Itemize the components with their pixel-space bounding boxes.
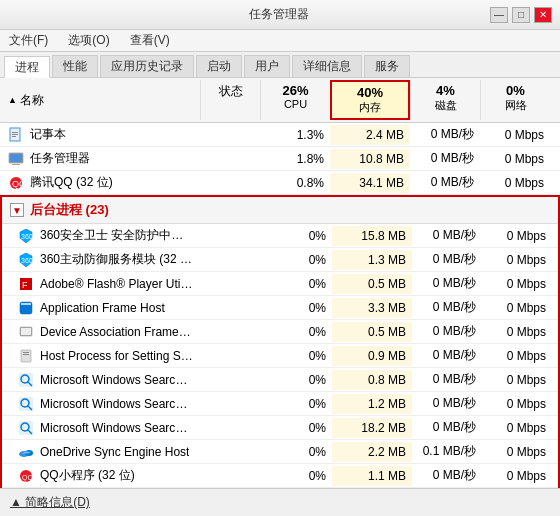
- svg-text:F: F: [22, 280, 28, 290]
- bg-process-row[interactable]: 360 360主动防御服务模块 (32 位) 0% 1.3 MB 0 MB/秒 …: [2, 248, 558, 272]
- network-label: 网络: [485, 98, 546, 113]
- bg-proc-memory: 15.8 MB: [332, 226, 412, 246]
- proc-name: QQ 腾讯QQ (32 位): [0, 171, 200, 194]
- bg-proc-disk: 0 MB/秒: [412, 464, 482, 487]
- bg-proc-cpu: 0%: [262, 274, 332, 294]
- summary-button[interactable]: ▲ 简略信息(D): [10, 494, 90, 511]
- maximize-button[interactable]: □: [512, 7, 530, 23]
- bg-process-row[interactable]: Device Association Framewo... 0% 0.5 MB …: [2, 320, 558, 344]
- bg-proc-name: Microsoft Windows Search ...: [2, 417, 202, 439]
- col-status-header[interactable]: 状态: [200, 80, 260, 120]
- bg-process-row[interactable]: Microsoft Windows Search ... 0% 18.2 MB …: [2, 416, 558, 440]
- proc-status: [200, 180, 260, 186]
- bg-proc-network: 0 Mbps: [482, 418, 552, 438]
- menu-item-V[interactable]: 查看(V): [127, 31, 173, 50]
- bg-proc-network: 0 Mbps: [482, 442, 552, 462]
- bg-proc-memory: 1.1 MB: [332, 466, 412, 486]
- svg-text:360: 360: [21, 257, 33, 264]
- proc-network: 0 Mbps: [480, 125, 550, 145]
- bg-proc-disk: 0 MB/秒: [412, 320, 482, 343]
- col-memory-header[interactable]: 40% 内存: [330, 80, 410, 120]
- proc-network: 0 Mbps: [480, 149, 550, 169]
- proc-memory: 2.4 MB: [330, 125, 410, 145]
- bg-proc-name: F Adobe® Flash® Player Utility: [2, 273, 202, 295]
- top-process-row[interactable]: 记事本 1.3% 2.4 MB 0 MB/秒 0 Mbps: [0, 123, 560, 147]
- bg-proc-network: 0 Mbps: [482, 346, 552, 366]
- bg-proc-disk: 0 MB/秒: [412, 368, 482, 391]
- bg-process-row[interactable]: F Adobe® Flash® Player Utility 0% 0.5 MB…: [2, 272, 558, 296]
- expand-button[interactable]: ▼: [10, 203, 24, 217]
- table-header: ▲ 名称 状态 26% CPU 40% 内存 4% 磁盘 0% 网络: [0, 78, 560, 123]
- svg-rect-6: [12, 164, 20, 165]
- disk-pct: 4%: [415, 83, 476, 98]
- bg-proc-name: Microsoft Windows Search Fi...: [2, 369, 202, 391]
- proc-disk: 0 MB/秒: [410, 147, 480, 170]
- network-pct: 0%: [485, 83, 546, 98]
- proc-cpu: 1.3%: [260, 125, 330, 145]
- bg-proc-name: QQ QQ小程序 (32 位): [2, 464, 202, 487]
- bg-proc-cpu: 0%: [262, 226, 332, 246]
- tab-2[interactable]: 应用历史记录: [100, 55, 194, 77]
- col-disk-header[interactable]: 4% 磁盘: [410, 80, 480, 120]
- bg-proc-status: [202, 425, 262, 431]
- col-cpu-header[interactable]: 26% CPU: [260, 80, 330, 120]
- tab-1[interactable]: 性能: [52, 55, 98, 77]
- svg-rect-18: [21, 328, 31, 335]
- memory-pct: 40%: [336, 85, 404, 100]
- bg-proc-status: [202, 377, 262, 383]
- title-bar: 任务管理器 — □ ✕: [0, 0, 560, 30]
- svg-text:360: 360: [21, 233, 33, 240]
- tab-5[interactable]: 详细信息: [292, 55, 362, 77]
- cpu-label: CPU: [265, 98, 326, 110]
- proc-disk: 0 MB/秒: [410, 123, 480, 146]
- menu-bar: 文件(F)选项(O)查看(V): [0, 30, 560, 52]
- bg-process-row[interactable]: 360 360安全卫士 安全防护中心模块... 0% 15.8 MB 0 MB/…: [2, 224, 558, 248]
- bg-proc-icon: QQ: [18, 468, 34, 484]
- top-processes-section: 记事本 1.3% 2.4 MB 0 MB/秒 0 Mbps 任务管理器 1.8%…: [0, 123, 560, 195]
- window-controls: — □ ✕: [490, 7, 552, 23]
- bg-proc-memory: 0.9 MB: [332, 346, 412, 366]
- bg-process-row[interactable]: QQ QQ小程序 (32 位) 0% 1.1 MB 0 MB/秒 0 Mbps: [2, 464, 558, 488]
- bg-proc-network: 0 Mbps: [482, 250, 552, 270]
- minimize-button[interactable]: —: [490, 7, 508, 23]
- bg-proc-memory: 0.5 MB: [332, 274, 412, 294]
- bg-proc-cpu: 0%: [262, 346, 332, 366]
- col-name-header[interactable]: ▲ 名称: [0, 80, 200, 120]
- tab-4[interactable]: 用户: [244, 55, 290, 77]
- bg-process-row[interactable]: Microsoft Windows Search P... 0% 1.2 MB …: [2, 392, 558, 416]
- top-process-row[interactable]: 任务管理器 1.8% 10.8 MB 0 MB/秒 0 Mbps: [0, 147, 560, 171]
- bg-proc-status: [202, 233, 262, 239]
- svg-rect-20: [23, 352, 29, 353]
- menu-item-F[interactable]: 文件(F): [6, 31, 51, 50]
- bg-process-row[interactable]: Application Frame Host 0% 3.3 MB 0 MB/秒 …: [2, 296, 558, 320]
- tab-6[interactable]: 服务: [364, 55, 410, 77]
- bg-proc-memory: 18.2 MB: [332, 418, 412, 438]
- svg-rect-19: [21, 350, 31, 362]
- bg-proc-network: 0 Mbps: [482, 298, 552, 318]
- close-button[interactable]: ✕: [534, 7, 552, 23]
- bg-proc-status: [202, 329, 262, 335]
- bg-proc-icon: [18, 300, 34, 316]
- bg-proc-name: 360 360主动防御服务模块 (32 位): [2, 248, 202, 271]
- bg-proc-name: OneDrive Sync Engine Host: [2, 441, 202, 463]
- menu-item-O[interactable]: 选项(O): [65, 31, 112, 50]
- bg-proc-name: Host Process for Setting Syn...: [2, 345, 202, 367]
- bg-process-row[interactable]: Host Process for Setting Syn... 0% 0.9 M…: [2, 344, 558, 368]
- top-process-row[interactable]: QQ 腾讯QQ (32 位) 0.8% 34.1 MB 0 MB/秒 0 Mbp…: [0, 171, 560, 195]
- svg-text:QQ: QQ: [22, 474, 33, 482]
- bg-proc-disk: 0 MB/秒: [412, 224, 482, 247]
- bg-proc-status: [202, 305, 262, 311]
- tab-3[interactable]: 启动: [196, 55, 242, 77]
- proc-disk: 0 MB/秒: [410, 171, 480, 194]
- main-content: ▲ 名称 状态 26% CPU 40% 内存 4% 磁盘 0% 网络 记事本 1…: [0, 78, 560, 488]
- bg-proc-cpu: 0%: [262, 370, 332, 390]
- bg-proc-memory: 2.2 MB: [332, 442, 412, 462]
- bg-proc-name: Device Association Framewo...: [2, 321, 202, 343]
- col-network-header[interactable]: 0% 网络: [480, 80, 550, 120]
- bg-proc-cpu: 0%: [262, 418, 332, 438]
- memory-label: 内存: [336, 100, 404, 115]
- bg-process-row[interactable]: Microsoft Windows Search Fi... 0% 0.8 MB…: [2, 368, 558, 392]
- bg-proc-disk: 0 MB/秒: [412, 416, 482, 439]
- tab-0[interactable]: 进程: [4, 56, 50, 78]
- bg-process-row[interactable]: OneDrive Sync Engine Host 0% 2.2 MB 0.1 …: [2, 440, 558, 464]
